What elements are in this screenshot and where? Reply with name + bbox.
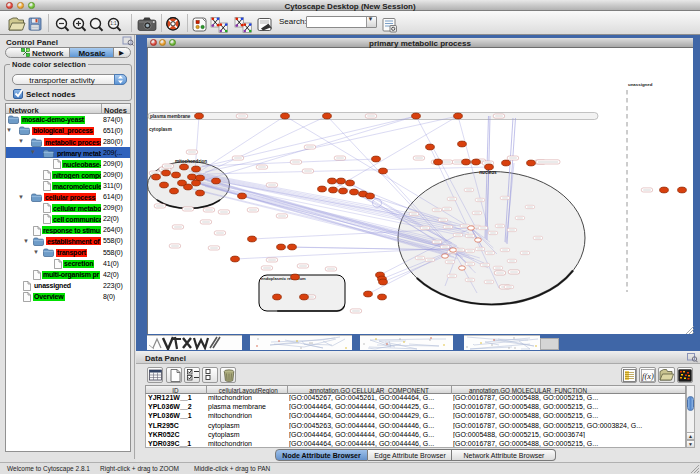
svg-text:nucleus: nucleus <box>479 170 497 175</box>
svg-text:plasma membrane: plasma membrane <box>150 114 191 119</box>
svg-text:mitochondrion: mitochondrion <box>175 159 207 164</box>
svg-text:unassigned: unassigned <box>628 82 653 87</box>
svg-text:f(x): f(x) <box>642 370 654 380</box>
svg-text:cytoplasm: cytoplasm <box>149 127 172 132</box>
svg-text:1:1: 1:1 <box>110 21 117 26</box>
